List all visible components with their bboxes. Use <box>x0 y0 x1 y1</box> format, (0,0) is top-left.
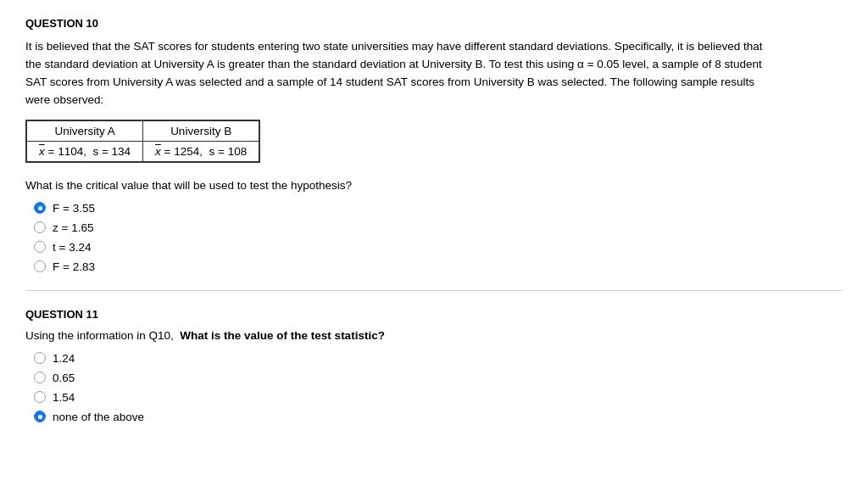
q10-sub-question: What is the critical value that will be … <box>25 179 843 192</box>
q10-radio-3[interactable] <box>34 241 46 253</box>
table-header-university-a: University A <box>27 120 143 141</box>
q10-radio-4[interactable] <box>34 260 46 272</box>
q10-option-3[interactable]: t = 3.24 <box>34 241 843 254</box>
q10-option-3-label: t = 3.24 <box>53 241 91 254</box>
q10-table: University A University B x = 1104, s = … <box>25 120 260 163</box>
question-10-title: QUESTION 10 <box>25 17 843 30</box>
q11-radio-3[interactable] <box>34 391 46 403</box>
q10-text-line3: SAT scores from University A was selecte… <box>25 75 754 88</box>
q11-sub-question: Using the information in Q10, What is th… <box>25 329 843 342</box>
q11-option-1-label: 1.24 <box>53 352 75 365</box>
question-10-text: It is believed that the SAT scores for s… <box>25 38 843 109</box>
q10-radio-1[interactable] <box>34 202 46 214</box>
q10-text-line2: the standard deviation at University A i… <box>25 58 762 70</box>
q10-option-2[interactable]: z = 1.65 <box>34 221 843 234</box>
q10-option-4-label: F = 2.83 <box>53 260 95 273</box>
q11-radio-4[interactable] <box>34 411 46 422</box>
q11-option-4[interactable]: none of the above <box>34 411 843 423</box>
question-11-block: QUESTION 11 Using the information in Q10… <box>25 308 843 423</box>
q10-option-4[interactable]: F = 2.83 <box>34 260 843 273</box>
q10-options: F = 3.55 z = 1.65 t = 3.24 F = 2.83 <box>34 202 843 273</box>
q11-option-2[interactable]: 0.65 <box>34 372 843 384</box>
q11-radio-2[interactable] <box>34 372 46 383</box>
q11-radio-1[interactable] <box>34 352 46 364</box>
q11-option-3[interactable]: 1.54 <box>34 391 843 404</box>
q10-option-1-label: F = 3.55 <box>53 202 95 215</box>
q10-option-2-label: z = 1.65 <box>53 221 93 234</box>
section-divider <box>25 290 843 291</box>
table-header-university-b: University B <box>143 120 259 141</box>
table-cell-a: x = 1104, s = 134 <box>27 141 143 161</box>
q11-option-4-label: none of the above <box>53 411 144 423</box>
q10-text-line1: It is believed that the SAT scores for s… <box>25 40 762 53</box>
q10-option-1[interactable]: F = 3.55 <box>34 202 843 215</box>
q11-option-2-label: 0.65 <box>53 372 75 384</box>
q10-radio-2[interactable] <box>34 221 46 233</box>
question-11-title: QUESTION 11 <box>25 308 843 321</box>
q11-option-1[interactable]: 1.24 <box>34 352 843 365</box>
q11-option-3-label: 1.54 <box>53 391 75 404</box>
question-10-block: QUESTION 10 It is believed that the SAT … <box>25 17 843 273</box>
table-cell-b: x = 1254, s = 108 <box>143 141 259 161</box>
q11-options: 1.24 0.65 1.54 none of the above <box>34 352 843 423</box>
q10-text-line4: were observed: <box>25 93 103 106</box>
q11-emphasis: What is the value of the test statistic? <box>180 329 385 342</box>
